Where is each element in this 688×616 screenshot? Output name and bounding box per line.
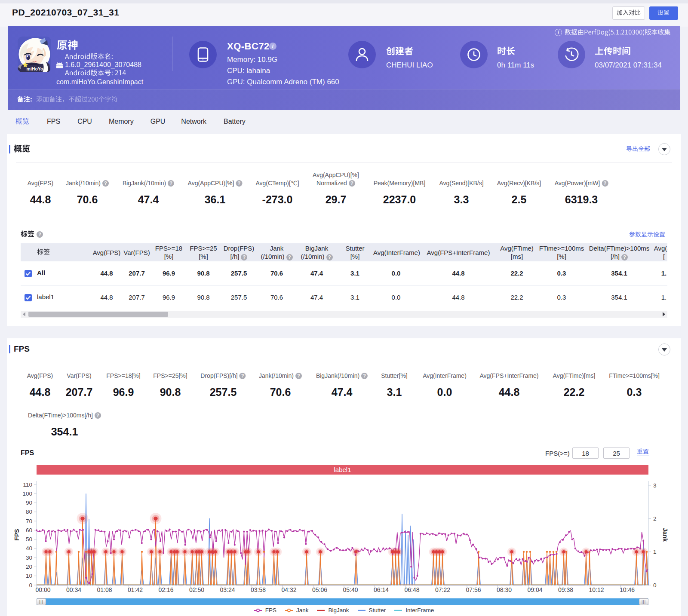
svg-text:10: 10	[26, 573, 32, 579]
svg-text:0: 0	[29, 582, 32, 588]
svg-text:30: 30	[26, 555, 32, 561]
svg-text:03:58: 03:58	[251, 586, 266, 593]
svg-text:miHoYo: miHoYo	[27, 66, 43, 71]
svg-text:02:50: 02:50	[189, 586, 204, 593]
svg-text:40: 40	[26, 545, 32, 552]
svg-text:60: 60	[26, 527, 32, 533]
svg-text:70: 70	[26, 518, 32, 524]
svg-text:0: 0	[653, 582, 657, 588]
svg-text:3: 3	[653, 482, 657, 489]
svg-text:05:06: 05:06	[312, 586, 327, 593]
svg-text:01:42: 01:42	[128, 586, 143, 593]
svg-text:2: 2	[653, 515, 657, 522]
svg-text:08:30: 08:30	[497, 586, 512, 593]
svg-text:06:14: 06:14	[374, 586, 389, 593]
svg-text:05:40: 05:40	[343, 586, 358, 593]
svg-text:07:56: 07:56	[466, 586, 481, 593]
svg-text:00:34: 00:34	[66, 586, 81, 593]
svg-text:10:12: 10:12	[589, 586, 604, 593]
svg-text:Jank: Jank	[662, 528, 669, 542]
svg-text:09:04: 09:04	[527, 586, 542, 593]
svg-text:90: 90	[26, 500, 32, 506]
svg-text:00:00: 00:00	[35, 586, 50, 593]
svg-text:07:22: 07:22	[435, 586, 450, 593]
svg-text:110: 110	[23, 481, 32, 488]
svg-text:02:16: 02:16	[158, 586, 173, 593]
svg-text:01:08: 01:08	[97, 586, 112, 593]
svg-text:06:48: 06:48	[404, 586, 419, 593]
svg-text:1: 1	[653, 549, 657, 555]
svg-text:20: 20	[26, 564, 32, 570]
svg-text:100: 100	[22, 490, 32, 497]
svg-text:09:38: 09:38	[558, 586, 573, 593]
svg-text:80: 80	[26, 509, 32, 515]
svg-text:03:24: 03:24	[220, 586, 235, 593]
svg-text:04:32: 04:32	[281, 586, 296, 593]
svg-text:10:46: 10:46	[620, 586, 635, 593]
svg-text:50: 50	[26, 536, 32, 542]
svg-text:FPS: FPS	[13, 529, 20, 540]
